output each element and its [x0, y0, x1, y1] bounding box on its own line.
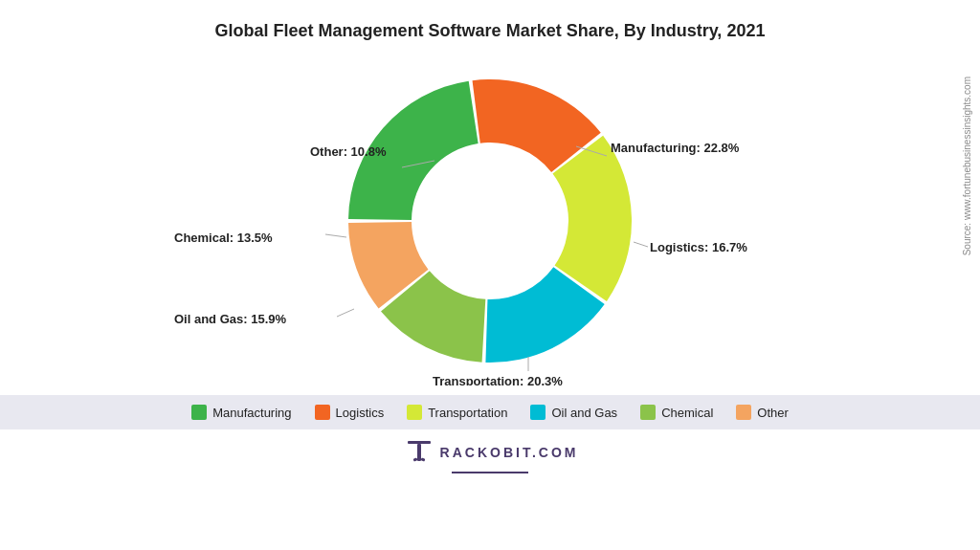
legend-item-manufacturing: Manufacturing [191, 405, 291, 420]
legend-label-manufacturing: Manufacturing [212, 406, 291, 420]
legend-color-chemical [640, 405, 656, 420]
label-chemical: Chemical: 13.5% [174, 231, 273, 245]
svg-line-4 [325, 234, 346, 237]
watermark-text: RACKOBIT.COM [440, 445, 579, 460]
label-other: Other: 10.8% [310, 144, 387, 159]
svg-line-1 [634, 242, 648, 247]
svg-rect-8 [412, 457, 417, 461]
svg-rect-7 [417, 444, 421, 461]
chart-area: Manufacturing: 22.8% Logistics: 16.7% Tr… [117, 51, 863, 395]
svg-line-3 [337, 309, 354, 317]
label-transportation: Transportation: 20.3% [433, 374, 563, 385]
legend-color-oil-and-gas [530, 405, 546, 420]
chart-svg: Manufacturing: 22.8% Logistics: 16.7% Tr… [117, 60, 863, 385]
legend-item-transportation: Transportation [407, 405, 507, 420]
legend-item-oil-and-gas: Oil and Gas [530, 405, 617, 420]
source-text: Source: www.fortunebusinessinsights.com [962, 77, 972, 255]
legend-color-transportation [407, 405, 422, 420]
chart-container: Global Fleet Management Software Market … [0, 0, 980, 550]
watermark-underline [452, 472, 528, 473]
legend-bar: ManufacturingLogisticsTransportationOil … [0, 395, 980, 429]
svg-rect-9 [420, 457, 425, 461]
legend-color-other [736, 405, 751, 420]
legend-color-manufacturing [191, 405, 207, 420]
legend-label-oil-and-gas: Oil and Gas [551, 406, 617, 420]
legend-label-logistics: Logistics [336, 406, 385, 420]
legend-color-logistics [315, 405, 330, 420]
legend-item-chemical: Chemical [640, 405, 713, 420]
svg-rect-6 [408, 441, 431, 444]
legend-label-chemical: Chemical [661, 406, 713, 420]
legend-item-logistics: Logistics [315, 405, 385, 420]
legend-item-other: Other [736, 405, 789, 420]
label-manufacturing: Manufacturing: 22.8% [611, 141, 740, 155]
label-logistics: Logistics: 16.7% [650, 240, 747, 254]
chart-title: Global Fleet Management Software Market … [215, 21, 766, 41]
legend-label-transportation: Transportation [428, 406, 507, 420]
legend-label-other: Other [757, 406, 789, 420]
logo-icon [402, 435, 436, 470]
watermark: RACKOBIT.COM [402, 429, 579, 477]
label-oil-gas: Oil and Gas: 15.9% [174, 312, 286, 326]
